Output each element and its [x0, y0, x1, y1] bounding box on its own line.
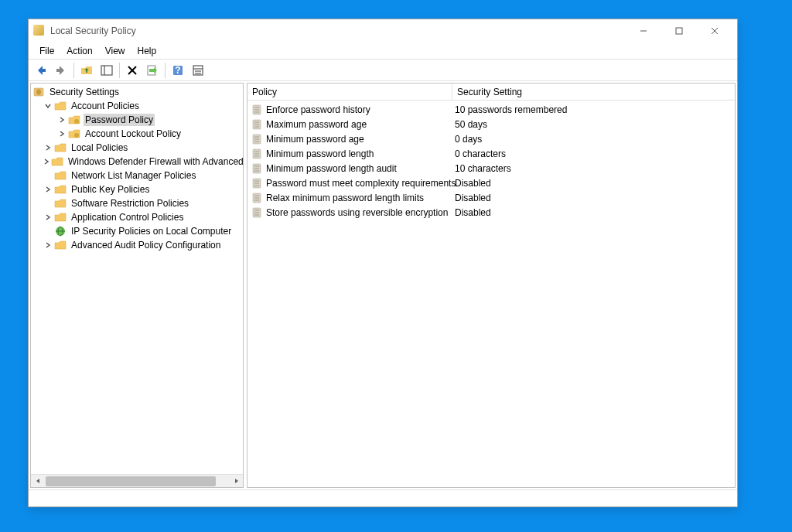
policy-item-icon	[251, 206, 263, 219]
nav-forward-button[interactable]	[52, 61, 70, 80]
tree-node-advanced-audit[interactable]: Advanced Audit Policy Configuration	[31, 238, 243, 252]
list-header: Policy Security Setting	[248, 84, 735, 101]
tree-node-account-policies[interactable]: Account Policies	[31, 99, 243, 113]
close-button[interactable]	[697, 19, 732, 43]
menu-help[interactable]: Help	[131, 44, 163, 58]
list-row[interactable]: Minimum password age 0 days	[248, 131, 735, 146]
chevron-right-icon[interactable]	[57, 115, 67, 124]
scroll-thumb[interactable]	[46, 476, 216, 486]
chevron-right-icon[interactable]	[57, 129, 67, 138]
policy-item-icon	[251, 177, 263, 189]
help-button[interactable]: ?	[169, 61, 187, 80]
list-row[interactable]: Store passwords using reversible encrypt…	[248, 205, 735, 220]
list-panel: Policy Security Setting Enforce password…	[247, 83, 736, 488]
list-body: Enforce password history 10 passwords re…	[248, 101, 735, 487]
chevron-right-icon[interactable]	[43, 157, 50, 166]
scroll-track[interactable]	[44, 475, 230, 487]
column-header-policy[interactable]: Policy	[248, 87, 452, 97]
tree-node-public-key[interactable]: Public Key Policies	[31, 182, 243, 196]
chevron-right-icon[interactable]	[43, 143, 53, 152]
menu-action[interactable]: Action	[60, 44, 98, 58]
svg-rect-4	[101, 66, 112, 75]
policy-item-icon	[251, 148, 263, 160]
svg-point-16	[74, 119, 79, 124]
column-header-setting[interactable]: Security Setting	[452, 87, 735, 97]
tree-panel: Security Settings Account Policies Passw…	[30, 83, 244, 488]
tree-root-security-settings[interactable]: Security Settings	[31, 85, 243, 99]
list-row[interactable]: Password must meet complexity requiremen…	[248, 176, 735, 190]
tree-node-password-policy[interactable]: Password Policy	[31, 113, 243, 127]
list-row[interactable]: Minimum password length 0 characters	[248, 146, 735, 161]
list-row[interactable]: Minimum password length audit 10 charact…	[248, 161, 735, 176]
tree-node-account-lockout[interactable]: Account Lockout Policy	[31, 127, 243, 141]
menu-file[interactable]: File	[33, 44, 60, 58]
tree-node-software-restriction[interactable]: Software Restriction Policies	[31, 196, 243, 210]
menubar: File Action View Help	[29, 43, 737, 60]
list-row[interactable]: Enforce password history 10 passwords re…	[248, 102, 735, 117]
svg-marker-22	[235, 479, 238, 483]
app-icon	[33, 25, 46, 37]
minimize-button[interactable]	[626, 19, 661, 43]
tree-node-network-list[interactable]: Network List Manager Policies	[31, 169, 243, 182]
menu-view[interactable]: View	[99, 44, 131, 58]
policy-item-icon	[251, 104, 263, 116]
tree-node-ip-security[interactable]: IP Security Policies on Local Computer	[31, 224, 243, 238]
nav-back-button[interactable]	[32, 61, 50, 80]
content-area: Security Settings Account Policies Passw…	[29, 81, 737, 489]
export-list-button[interactable]	[143, 61, 162, 80]
toolbar: ?	[29, 60, 737, 81]
maximize-button[interactable]	[661, 19, 697, 43]
list-row[interactable]: Relax minimum password length limits Dis…	[248, 190, 735, 205]
chevron-right-icon[interactable]	[43, 240, 53, 250]
tree-node-app-control[interactable]: Application Control Policies	[31, 210, 243, 224]
policy-item-icon	[251, 118, 263, 131]
up-level-button[interactable]	[77, 61, 96, 80]
tree-node-local-policies[interactable]: Local Policies	[31, 141, 243, 155]
local-security-policy-window: Local Security Policy File Action View H…	[28, 19, 738, 507]
policy-item-icon	[251, 162, 263, 175]
chevron-right-icon[interactable]	[43, 213, 53, 222]
show-hide-tree-button[interactable]	[97, 61, 116, 80]
svg-point-17	[74, 133, 79, 138]
chevron-right-icon[interactable]	[43, 185, 53, 194]
window-title: Local Security Policy	[50, 26, 136, 36]
properties-button[interactable]	[189, 61, 207, 80]
svg-marker-21	[36, 479, 39, 483]
list-row[interactable]: Maximum password age 50 days	[248, 117, 735, 131]
scroll-left-button[interactable]	[31, 475, 44, 487]
policy-item-icon	[251, 192, 263, 204]
statusbar	[29, 489, 737, 506]
svg-rect-1	[676, 28, 682, 34]
chevron-down-icon[interactable]	[43, 101, 53, 111]
svg-text:?: ?	[175, 65, 180, 76]
policy-item-icon	[251, 133, 263, 145]
tree-node-windows-defender[interactable]: Windows Defender Firewall with Advanced …	[31, 155, 243, 169]
titlebar[interactable]: Local Security Policy	[29, 19, 737, 43]
scroll-right-button[interactable]	[230, 475, 243, 487]
delete-button[interactable]	[123, 61, 142, 80]
tree-horizontal-scrollbar[interactable]	[31, 474, 243, 487]
